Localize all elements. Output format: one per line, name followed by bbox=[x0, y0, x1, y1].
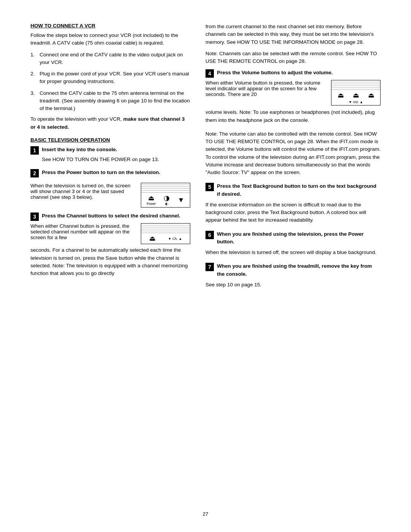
step-4-number: 4 bbox=[206, 69, 214, 78]
step-4-header: 4 Press the Volume buttons to adjust the… bbox=[206, 69, 381, 78]
down-icon: ▼ bbox=[178, 197, 185, 203]
step-6-title: When you are finished using the televisi… bbox=[217, 230, 381, 246]
step-3-text: When either Channel button is pressed, t… bbox=[30, 223, 137, 240]
step-5-header: 5 Press the Text Background button to tu… bbox=[206, 182, 381, 198]
step-1-block: 1 Insert the key into the console. See H… bbox=[30, 146, 190, 164]
step-5-title: Press the Text Background button to turn… bbox=[217, 182, 381, 198]
tv-panel-volume: ⏏ ⏏ ⏏ ▼ Vol. ▲ bbox=[331, 80, 381, 105]
contrast-btn-col: ◑ ◐ bbox=[164, 195, 170, 206]
vcr-step-3: 3. Connect the CATV cable to the 75 ohm … bbox=[30, 89, 190, 113]
ch-arrows-btn: ▼ Ch. ▲ bbox=[168, 237, 182, 241]
step-7-header: 7 When you are finished using the treadm… bbox=[206, 262, 381, 278]
step-2-content-area: When the television is turned on, the sc… bbox=[30, 183, 190, 208]
step-3-content-area: When either Channel button is pressed, t… bbox=[30, 223, 190, 244]
page-number: 27 bbox=[203, 511, 208, 517]
step-2-text: When the television is turned on, the sc… bbox=[30, 183, 137, 200]
step-4-title: Press the Volume buttons to adjust the v… bbox=[217, 69, 333, 77]
step-2-number: 2 bbox=[30, 169, 39, 177]
right-intro-text: from the current channel to the next cha… bbox=[206, 23, 381, 46]
step-1-content: See HOW TO TURN ON THE POWER on page 13. bbox=[42, 156, 159, 163]
vol-icon1: ⏏ bbox=[338, 92, 344, 99]
step-4-text: When either Volume button is pressed, th… bbox=[206, 80, 327, 97]
contrast-icon: ◑ bbox=[164, 195, 170, 201]
vcr-intro: Follow the steps below to connect your V… bbox=[30, 32, 190, 47]
step-6-number: 6 bbox=[206, 231, 214, 239]
step-2-title: Press the Power button to turn on the te… bbox=[42, 169, 160, 176]
step-4-content-area: When either Volume button is pressed, th… bbox=[206, 80, 381, 105]
power-icon: ⏏ bbox=[148, 195, 155, 201]
tv-panel-power: ⏏ Power ◑ ◐ ▼ bbox=[141, 183, 190, 208]
step-3-continuation: seconds. For a channel to be automatical… bbox=[30, 246, 190, 277]
ch-down-icon: ⏏ bbox=[149, 235, 156, 242]
vol-icon-mid: ⏏ bbox=[353, 92, 359, 99]
step-1-title: Insert the key into the console. bbox=[42, 146, 159, 153]
step-7-title: When you are finished using the treadmil… bbox=[217, 262, 381, 278]
vol-icon-left: ⏏ bbox=[338, 92, 344, 99]
left-column: HOW TO CONNECT A VCR Follow the steps be… bbox=[30, 23, 190, 281]
down-btn-col: ▼ bbox=[178, 197, 185, 204]
step-4-continuation: volume levels. Note: To use earphones or… bbox=[206, 109, 381, 124]
step-7-number: 7 bbox=[206, 263, 214, 271]
vol-icon-right: ⏏ bbox=[368, 92, 374, 99]
vol-icon2: ⏏ bbox=[353, 92, 359, 99]
step-1-number: 1 bbox=[30, 146, 39, 155]
step-2-block: 2 Press the Power button to turn on the … bbox=[30, 169, 190, 177]
vcr-step-1: 1. Connect one end of the CATV cable to … bbox=[30, 51, 190, 67]
right-note-channels: Note: Channels can also be selected with… bbox=[206, 50, 381, 66]
right-column: from the current channel to the next cha… bbox=[206, 23, 381, 292]
power-btn-col: ⏏ Power bbox=[147, 195, 156, 206]
step-3-title: Press the Channel buttons to select the … bbox=[42, 212, 180, 220]
tv-panel-channel: ⏏ ▼ Ch. ▲ bbox=[141, 223, 190, 244]
step-4-note: Note: The volume can also be controlled … bbox=[206, 130, 381, 177]
step-6-content: When the television is turned off, the s… bbox=[206, 249, 381, 256]
vol-arrows-col: ⏏ bbox=[368, 92, 374, 99]
ch-down-btn: ⏏ bbox=[149, 235, 156, 242]
vol-label: ▼ Vol. ▲ bbox=[331, 100, 380, 105]
step-6-header: 6 When you are finished using the televi… bbox=[206, 230, 381, 246]
vcr-step-2: 2. Plug in the power cord of your VCR. S… bbox=[30, 70, 190, 86]
step-3-header: 3 Press the Channel buttons to select th… bbox=[30, 212, 190, 221]
step-3-number: 3 bbox=[30, 212, 39, 221]
step-5-number: 5 bbox=[206, 183, 214, 191]
step-7-content: See step 10 on page 15. bbox=[206, 281, 381, 289]
basic-tv-heading: BASIC TELEVISION OPERATION bbox=[30, 137, 190, 143]
vcr-heading: HOW TO CONNECT A VCR bbox=[30, 23, 190, 29]
vcr-note: To operate the television with your VCR,… bbox=[30, 115, 190, 131]
step-5-content: If the exercise information on the scree… bbox=[206, 201, 381, 224]
